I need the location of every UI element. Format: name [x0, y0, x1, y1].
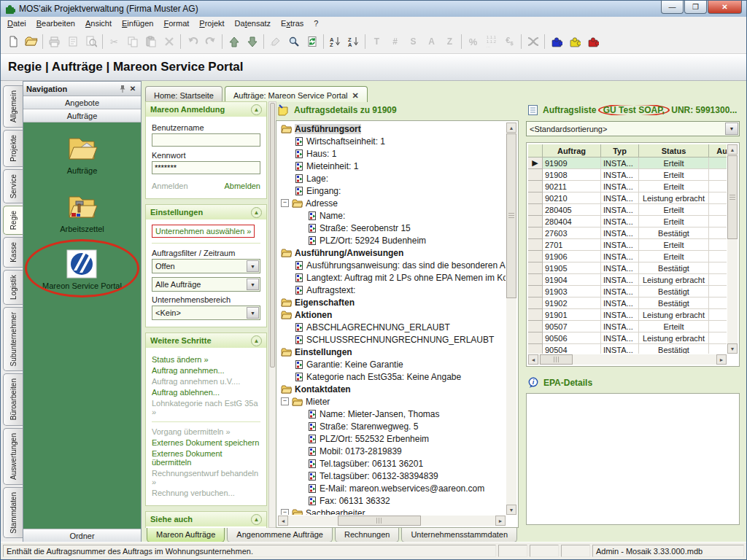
task-link-auftrag-annehmen[interactable]: Auftrag annehmen...: [152, 366, 260, 375]
format-t-button[interactable]: T: [368, 34, 385, 50]
bottom-tab-rechnungen[interactable]: Rechnungen: [335, 528, 399, 542]
format-hash-button[interactable]: #: [387, 34, 403, 50]
plugin-yellow-button[interactable]: [566, 34, 583, 50]
table-row[interactable]: 91901INSTA...Leistung erbracht: [528, 309, 727, 321]
table-row[interactable]: 91908INSTA...Erteilt: [528, 169, 727, 181]
task-link-rechnungsentwurf-behandeln[interactable]: Rechnungsentwurf behandeln »: [152, 469, 260, 486]
nav-group-aufträge[interactable]: Aufträge: [23, 109, 141, 122]
sort-ascending-button[interactable]: AZ: [327, 34, 344, 50]
tree-item[interactable]: Kategorie nach EstG35a: Keine Angabe: [278, 370, 506, 383]
order-range-select[interactable]: Alle Aufträge ▼: [152, 277, 260, 292]
collapse-icon[interactable]: ▲: [251, 335, 262, 346]
new-document-button[interactable]: [4, 34, 21, 50]
collapse-icon[interactable]: ▲: [251, 104, 262, 115]
collapse-icon[interactable]: ▲: [251, 514, 262, 525]
delete-button[interactable]: [160, 34, 177, 50]
bottom-tab-unternehmensstammdaten[interactable]: Unternehmensstammdaten: [401, 528, 517, 542]
tree-item[interactable]: Auftragstext:: [278, 284, 506, 296]
order-filter-select[interactable]: Offen ▼: [152, 259, 260, 273]
percent-button[interactable]: %: [465, 34, 481, 50]
table-row[interactable]: 280405INSTA...Erteilt: [528, 204, 727, 216]
password-field[interactable]: [152, 161, 260, 174]
tree-item[interactable]: Mobil: 0173-2819839: [278, 445, 506, 457]
module-tab-büroarbeiten[interactable]: Büroarbeiten: [3, 373, 23, 425]
tree-folder[interactable]: Aktionen: [278, 308, 506, 321]
tree-folder[interactable]: −Mieter: [278, 395, 506, 408]
table-row[interactable]: 90211INSTA...Erteilt: [528, 181, 727, 192]
module-tab-auswertungen[interactable]: Auswertungen: [3, 428, 23, 485]
menu-?[interactable]: ?: [309, 18, 323, 29]
company-area-select[interactable]: <Kein> ▼: [152, 306, 260, 320]
tree-folder[interactable]: Kontaktdaten: [278, 383, 506, 395]
module-tab-projekte[interactable]: Projekte: [3, 130, 23, 167]
tree-item[interactable]: Wirtschaftseinheit: 1: [278, 135, 506, 147]
table-row[interactable]: 27603INSTA...Bestätigt: [528, 228, 727, 239]
nav-group-angebote[interactable]: Angebote: [23, 96, 141, 109]
menu-projekt[interactable]: Projekt: [194, 18, 229, 29]
pin-icon[interactable]: [117, 84, 128, 94]
table-vertical-scrollbar[interactable]: ▲ ▼: [727, 144, 738, 354]
chevron-down-icon[interactable]: ▼: [247, 307, 259, 319]
print-preview-button[interactable]: [82, 34, 99, 50]
tree-item[interactable]: ABSCHLAGRECHNUNG_ERLAUBT: [278, 321, 506, 333]
table-row[interactable]: 90504INSTA...Bestätigt: [528, 344, 727, 354]
column-header-auftrag[interactable]: Auftrag: [543, 144, 601, 158]
table-row[interactable]: 90506INSTA...Leistung erbracht: [528, 332, 727, 344]
table-row[interactable]: 2701INSTA...Erteilt: [528, 239, 727, 251]
task-link-lohnkategorie-nach-estg-a[interactable]: Lohnkategorie nach EstG 35a »: [152, 399, 260, 416]
tree-item[interactable]: PLZ/Ort: 52924 Budenheim: [278, 234, 506, 246]
redo-button[interactable]: [202, 34, 219, 50]
task-link-rechnung-verbuchen[interactable]: Rechnung verbuchen...: [152, 489, 260, 497]
table-row[interactable]: 91906INSTA...Erteilt: [528, 251, 727, 262]
tree-item[interactable]: Fax: 06131 36332: [278, 494, 506, 507]
tree-item[interactable]: Garantie: Keine Garantie: [278, 358, 506, 370]
copy-button[interactable]: [124, 34, 141, 50]
refresh-button[interactable]: [303, 34, 320, 50]
tree-item[interactable]: Ausführungsanweisung: das sind die beson…: [278, 259, 506, 271]
task-link-auftrag-ablehnen[interactable]: Auftrag ablehnen...: [152, 388, 260, 397]
tree-item[interactable]: Tel.tagsüber: 06132-38394839: [278, 470, 506, 482]
collapse-box-icon[interactable]: −: [281, 397, 289, 405]
table-row[interactable]: 280404INSTA...Erteilt: [528, 216, 727, 228]
chevron-down-icon[interactable]: ▼: [725, 122, 738, 135]
task-link-status-ändern[interactable]: Status ändern »: [152, 355, 260, 364]
tree-item[interactable]: Straße: Seerobenstr 15: [278, 222, 506, 234]
tab-close-icon[interactable]: ✕: [352, 91, 358, 101]
open-button[interactable]: [23, 34, 39, 50]
nav-item-arbeitszettel[interactable]: Arbeitszettel: [60, 191, 104, 233]
table-row[interactable]: 91904INSTA...Leistung erbracht: [528, 274, 727, 286]
module-tab-kasse[interactable]: Kasse: [3, 237, 23, 268]
format-z-button[interactable]: Z: [441, 34, 458, 50]
tree-folder[interactable]: −Adresse: [278, 197, 506, 209]
select-company-link[interactable]: Unternehmen auswählen »: [152, 225, 255, 238]
task-link-auftrag-annehmen-u-v[interactable]: Auftrag annehmen u.V....: [152, 377, 260, 386]
tree-item[interactable]: Straße: Starenwegweg. 5: [278, 420, 506, 432]
collapse-box-icon[interactable]: −: [281, 199, 289, 207]
undo-button[interactable]: [184, 34, 201, 50]
module-tab-regie[interactable]: Regie: [3, 206, 23, 235]
nav-item-aufträge[interactable]: Aufträge: [66, 133, 99, 175]
menu-extras[interactable]: Extras: [276, 18, 309, 29]
task-link-vorgang-übermitteln[interactable]: Vorgang übermitteln »: [152, 427, 260, 436]
module-tab-stammdaten[interactable]: Stammdaten: [3, 487, 23, 539]
format-s-button[interactable]: S: [405, 34, 422, 50]
logout-link[interactable]: Abmelden: [224, 182, 260, 190]
document-tab-home-startseite[interactable]: Home: Startseite: [145, 86, 222, 102]
export-button[interactable]: [525, 34, 541, 50]
table-row[interactable]: 90210INSTA...Leistung erbracht: [528, 192, 727, 204]
table-row[interactable]: 91905INSTA...Bestätigt: [528, 262, 727, 274]
plugin-red-button[interactable]: [584, 34, 601, 50]
paste-button[interactable]: [142, 34, 159, 50]
module-tab-logistik[interactable]: Logistik: [3, 270, 23, 305]
tree-folder[interactable]: Einstellungen: [278, 346, 506, 358]
folders-bar[interactable]: Ordner: [23, 529, 141, 542]
tree-item[interactable]: E-Mail: mareon.webservices@aareon.com: [278, 482, 506, 494]
document-tab-auftr-ge-mareon-service-portal[interactable]: Aufträge: Mareon Service Portal✕: [225, 86, 368, 102]
menu-datei[interactable]: Datei: [2, 18, 31, 29]
close-panel-icon[interactable]: ✕: [128, 84, 138, 94]
tree-item[interactable]: Lage:: [278, 172, 506, 184]
tree-folder[interactable]: Ausführungsort: [278, 122, 506, 135]
task-link-externes-dokument-übermitteln[interactable]: Externes Dokument übermitteln: [152, 449, 260, 467]
tree-item[interactable]: SCHLUSSRECHNUNGRECHNUNG_ERLAUBT: [278, 333, 506, 346]
tree-vertical-scrollbar[interactable]: ▲ ▼: [506, 122, 516, 515]
